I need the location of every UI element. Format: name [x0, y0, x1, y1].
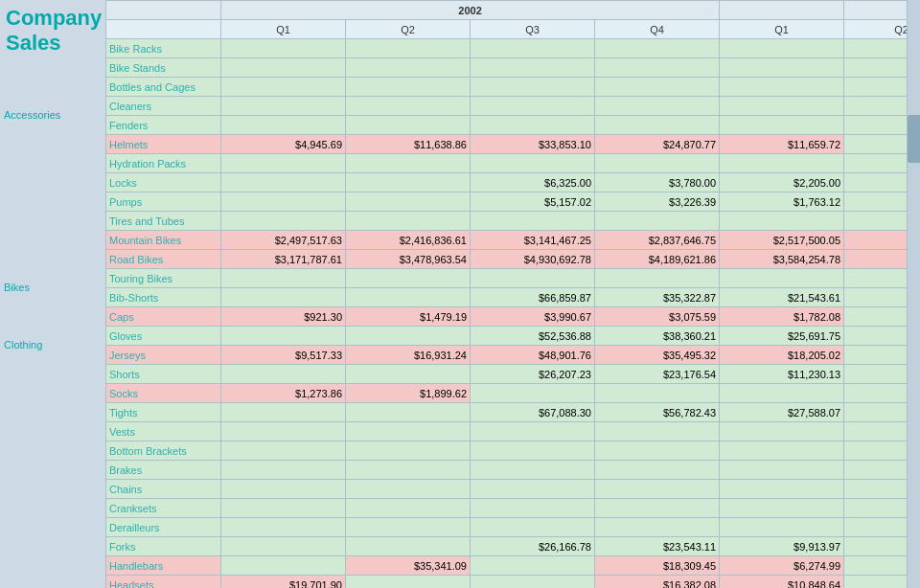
cell: $67,088.30 [471, 403, 595, 422]
scrollbar-thumb[interactable] [908, 115, 920, 163]
cell [720, 518, 844, 537]
cell: $26,207.23 [471, 365, 595, 384]
cell [595, 480, 720, 499]
row-name: Bottom Brackets [106, 441, 221, 461]
cell: $3,226.39 [595, 192, 720, 212]
table-row: Touring Bikes [106, 269, 921, 288]
cell [346, 97, 471, 116]
table-row: Helmets $4,945.69 $11,638.86 $33,853.10 … [106, 135, 921, 154]
cell: $24,870.77 [595, 135, 720, 154]
col-q1-next: Q1 [720, 20, 844, 39]
cell [595, 441, 720, 461]
table-row: Tires and Tubes [106, 212, 921, 231]
cell [221, 461, 346, 480]
cell [720, 78, 844, 97]
cell [346, 116, 471, 135]
col-q2-2002: Q2 [346, 20, 471, 39]
cell: $2,205.00 [720, 173, 844, 192]
cell [720, 212, 844, 231]
cell [221, 518, 346, 537]
table-row: Hydration Packs [106, 154, 921, 173]
row-name: Headsets [106, 576, 221, 589]
cat-label-accessories: Accessories [0, 107, 64, 123]
app-container: Company Sales Accessories Bikes Clothing [0, 0, 920, 588]
cell [595, 269, 720, 288]
table-row: Bottom Brackets [106, 441, 921, 461]
cell [221, 78, 346, 97]
cell: $38,360.21 [595, 327, 720, 346]
cell [720, 461, 844, 480]
scrollbar[interactable] [907, 0, 920, 588]
year-header-row: 2002 [106, 1, 921, 20]
cell [346, 537, 471, 556]
cell [221, 499, 346, 518]
cell [720, 499, 844, 518]
data-area: 2002 Q1 Q2 Q3 Q4 Q1 Q2 Bike Racks [105, 0, 920, 588]
cell: $16,382.08 [595, 576, 720, 589]
row-name: Bike Stands [106, 58, 221, 78]
cell [221, 39, 346, 58]
cat-label-clothing: Clothing [0, 337, 46, 352]
year-next [720, 1, 844, 20]
row-name: Handlebars [106, 556, 221, 576]
cell [471, 78, 595, 97]
table-row: Brakes [106, 461, 921, 480]
cell [720, 116, 844, 135]
cell [346, 288, 471, 307]
cell [346, 422, 471, 441]
cell [221, 212, 346, 231]
cell: $33,853.10 [471, 135, 595, 154]
cell [471, 422, 595, 441]
cell [471, 39, 595, 58]
cell [346, 173, 471, 192]
year-col-header [106, 1, 221, 20]
cell [595, 154, 720, 173]
cell: $3,990.67 [471, 307, 595, 327]
cell [346, 576, 471, 589]
cell: $2,416,836.61 [346, 231, 471, 250]
col-q3-2002: Q3 [471, 20, 595, 39]
row-name: Gloves [106, 327, 221, 346]
cell [346, 403, 471, 422]
cell [595, 58, 720, 78]
cell: $3,584,254.78 [720, 250, 844, 269]
table-row: Bib-Shorts $66,859.87 $35,322.87 $21,543… [106, 288, 921, 307]
cell [595, 116, 720, 135]
cell [720, 441, 844, 461]
title-area: Company Sales [0, 0, 105, 34]
cell: $1,273.86 [221, 384, 346, 403]
cell [471, 97, 595, 116]
cell [221, 422, 346, 441]
row-name: Tires and Tubes [106, 212, 221, 231]
cell [346, 78, 471, 97]
cell [221, 480, 346, 499]
cell [595, 499, 720, 518]
cell: $52,536.88 [471, 327, 595, 346]
cell [471, 480, 595, 499]
cell: $21,543.61 [720, 288, 844, 307]
cell [346, 327, 471, 346]
cell [595, 518, 720, 537]
cell: $27,588.07 [720, 403, 844, 422]
cell [221, 97, 346, 116]
cell [221, 403, 346, 422]
row-name: Road Bikes [106, 250, 221, 269]
cell [720, 269, 844, 288]
col-header-name [106, 20, 221, 39]
table-row: Tights $67,088.30 $56,782.43 $27,588.07 [106, 403, 921, 422]
cell: $25,691.75 [720, 327, 844, 346]
table-row: Gloves $52,536.88 $38,360.21 $25,691.75 [106, 327, 921, 346]
left-sidebar: Company Sales Accessories Bikes Clothing [0, 0, 105, 588]
cell: $921.30 [221, 307, 346, 327]
row-name: Mountain Bikes [106, 231, 221, 250]
cell [595, 78, 720, 97]
row-name: Brakes [106, 461, 221, 480]
cell: $10,848.64 [720, 576, 844, 589]
table-row: Cleaners [106, 97, 921, 116]
cell: $9,517.33 [221, 346, 346, 365]
cell [720, 58, 844, 78]
cell: $26,166.78 [471, 537, 595, 556]
quarter-header-row: Q1 Q2 Q3 Q4 Q1 Q2 [106, 20, 921, 39]
cell [346, 499, 471, 518]
table-row: Socks $1,273.86 $1,899.62 [106, 384, 921, 403]
